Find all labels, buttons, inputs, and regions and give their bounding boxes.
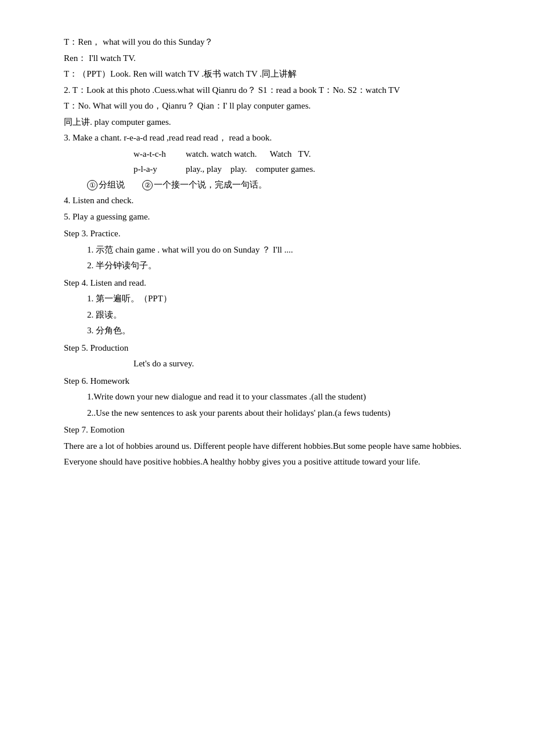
- step3-item1: 1. 示范 chain game . what will you do on S…: [87, 243, 470, 258]
- line-t6: 3. Make a chant. r-e-a-d read ,read read…: [64, 131, 470, 146]
- step4-item3: 3. 分角色。: [87, 323, 470, 339]
- step7-paragraph2: Everyone should have positive hobbies.A …: [64, 455, 470, 470]
- step5-heading: Step 5. Production: [64, 341, 470, 356]
- step7-paragraph1: There are a lot of hobbies around us. Di…: [64, 439, 470, 454]
- step7-heading: Step 7. Eomotion: [64, 423, 470, 438]
- chant-row-2: w-a-t-c-h watch. watch watch. Watch TV.: [134, 147, 470, 162]
- step4-item2: 2. 跟读。: [87, 308, 470, 323]
- step4-item1: 1. 第一遍听。（PPT）: [87, 291, 470, 307]
- circle-1: ①: [87, 180, 98, 190]
- circle1-text: 分组说: [99, 180, 125, 189]
- line-t4a: 2. T：Look at this photo .Cuess.what will…: [64, 83, 470, 98]
- document-body: T：Ren， what will you do this Sunday？ Ren…: [64, 35, 470, 470]
- line-t1: T：Ren， what will you do this Sunday？: [64, 35, 470, 50]
- step5-item1: Let's do a survey.: [134, 357, 470, 372]
- chant-row-3: p-l-a-y play., play play. computer games…: [134, 162, 470, 177]
- circle-instructions: ①分组说 ②一个接一个说，完成一句话。: [87, 178, 470, 193]
- circle2-text: 一个接一个说，完成一句话。: [154, 180, 267, 189]
- chant-key-2: w-a-t-c-h: [134, 147, 186, 162]
- step6-heading: Step 6. Homework: [64, 374, 470, 389]
- line-t4b: T：No. What will you do，Qianru？ Qian：I' l…: [64, 99, 470, 114]
- line-t2: Ren： I'll watch TV.: [64, 51, 470, 66]
- step6-item2: 2..Use the new sentences to ask your par…: [87, 406, 470, 421]
- circle-2: ②: [142, 180, 153, 190]
- step3-item2: 2. 半分钟读句子。: [87, 258, 470, 273]
- line-t3: T：（PPT）Look. Ren will watch TV .板书 watch…: [64, 67, 470, 82]
- chant-val-3: play., play play. computer games.: [186, 162, 315, 177]
- chant-val-2: watch. watch watch. Watch TV.: [186, 147, 311, 162]
- line-t5: 同上讲. play computer games.: [64, 115, 470, 130]
- line-t7: 4. Listen and check.: [64, 193, 470, 208]
- chant-key-3: p-l-a-y: [134, 162, 186, 177]
- step4-heading: Step 4. Listen and read.: [64, 276, 470, 291]
- step6-item1: 1.Write down your new dialogue and read …: [87, 390, 470, 405]
- line-t8: 5. Play a guessing game.: [64, 210, 470, 225]
- step3-heading: Step 3. Practice.: [64, 226, 470, 242]
